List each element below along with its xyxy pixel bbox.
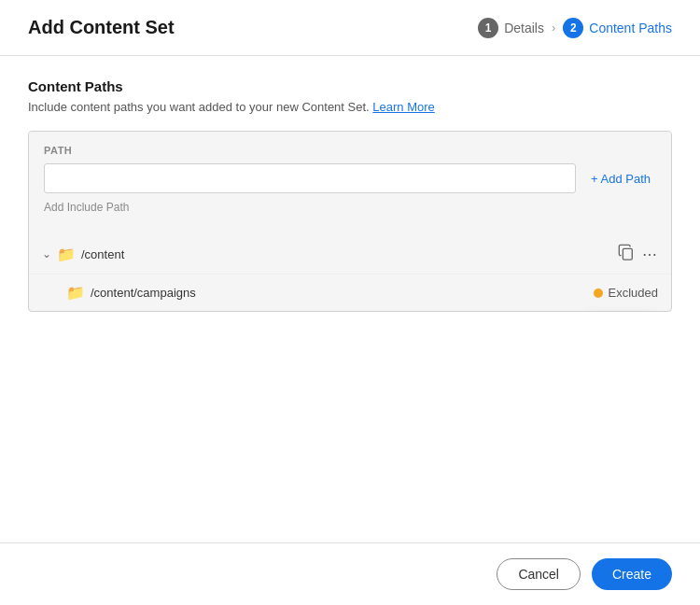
add-include-path-label: Add Include Path — [44, 201, 656, 214]
copy-icon[interactable] — [618, 244, 635, 264]
path-input-row: + Add Path — [44, 163, 656, 193]
page-header: Add Content Set 1 Details › 2 Content Pa… — [0, 0, 700, 56]
footer: Cancel Create — [0, 542, 700, 605]
step-2: 2 Content Paths — [563, 18, 672, 38]
tree-row-campaigns: 📁 /content/campaigns Excluded Edit Delet… — [29, 274, 671, 311]
expand-chevron[interactable]: ⌄ — [42, 247, 51, 260]
breadcrumb: 1 Details › 2 Content Paths — [478, 18, 672, 38]
path-text-campaigns: /content/campaigns — [91, 286, 196, 300]
path-input[interactable] — [44, 163, 576, 193]
step-2-circle: 2 — [563, 18, 583, 38]
svg-rect-0 — [623, 248, 632, 260]
page-title: Add Content Set — [28, 17, 175, 38]
excluded-dot — [594, 288, 603, 298]
folder-icon-campaigns: 📁 — [66, 284, 85, 302]
step-2-label: Content Paths — [589, 21, 672, 35]
main-content: Content Paths Include content paths you … — [0, 56, 700, 542]
tree-row-content: ⌄ 📁 /content ⋯ — [29, 234, 671, 274]
folder-icon: 📁 — [57, 246, 76, 263]
path-text-content: /content — [81, 247, 124, 261]
tree-container: ⌄ 📁 /content ⋯ — [29, 234, 671, 311]
create-button[interactable]: Create — [592, 558, 672, 590]
learn-more-link[interactable]: Learn More — [372, 100, 434, 114]
step-1-circle: 1 — [478, 18, 498, 38]
add-path-button[interactable]: + Add Path — [585, 168, 656, 190]
child-right: Excluded Edit Delete — [594, 286, 658, 300]
breadcrumb-chevron: › — [552, 21, 555, 35]
more-options-icon[interactable]: ⋯ — [642, 246, 658, 263]
path-box: PATH + Add Path Add Include Path ⌄ 📁 /co… — [28, 131, 672, 312]
section-description: Include content paths you want added to … — [28, 100, 672, 114]
excluded-label: Excluded — [609, 286, 658, 300]
step-1: 1 Details — [478, 18, 544, 38]
section-title: Content Paths — [28, 78, 672, 94]
path-input-area: PATH + Add Path Add Include Path — [29, 132, 671, 234]
step-1-label: Details — [504, 21, 544, 35]
cancel-button[interactable]: Cancel — [497, 558, 581, 590]
path-label: PATH — [44, 145, 656, 156]
